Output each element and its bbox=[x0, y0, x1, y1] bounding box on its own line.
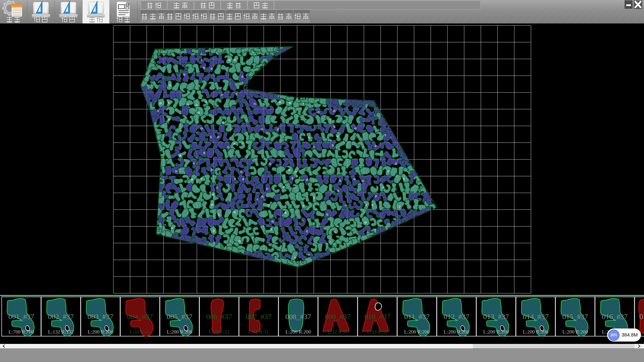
svg-text:016_#37: 016_#37 bbox=[602, 312, 628, 321]
svg-text:L:200 R:200: L:200 R:200 bbox=[285, 329, 311, 335]
svg-text:L:33 R:33: L:33 R:33 bbox=[367, 329, 387, 335]
svg-text:L:21 R:21: L:21 R:21 bbox=[209, 329, 229, 335]
svg-text:005_#37: 005_#37 bbox=[167, 312, 193, 321]
svg-text:012_#37: 012_#37 bbox=[444, 312, 470, 321]
svg-text:011_#37: 011_#37 bbox=[404, 312, 430, 321]
svg-text:L:700 R:700: L:700 R:700 bbox=[8, 329, 34, 335]
svg-text:014_#37: 014_#37 bbox=[523, 312, 548, 321]
svg-text:010_#37: 010_#37 bbox=[365, 312, 390, 321]
svg-text:L:200 R:200: L:200 R:200 bbox=[483, 329, 509, 335]
svg-text:003_#37: 003_#37 bbox=[88, 312, 113, 321]
svg-text:L:200 R:200: L:200 R:200 bbox=[562, 329, 588, 335]
svg-text:004_#37: 004_#37 bbox=[127, 312, 153, 321]
svg-text:0: 0 bbox=[639, 312, 643, 321]
svg-text:L:200 R:200: L:200 R:200 bbox=[167, 329, 192, 335]
svg-text:L:200 R:200: L:200 R:200 bbox=[404, 329, 430, 335]
svg-text:L:31 R:31: L:31 R:31 bbox=[249, 329, 269, 335]
svg-text:009_#37: 009_#37 bbox=[325, 312, 351, 321]
svg-text:L:31 R:31: L:31 R:31 bbox=[130, 329, 150, 335]
svg-text:001_#37: 001_#37 bbox=[8, 312, 34, 321]
svg-text:L:32 R:31: L:32 R:31 bbox=[327, 329, 348, 335]
svg-text:L:132 R:132: L:132 R:132 bbox=[48, 329, 73, 335]
svg-text:008_#37: 008_#37 bbox=[285, 312, 311, 321]
svg-text:L:200 R:200: L:200 R:200 bbox=[88, 329, 113, 335]
svg-text:006_#37: 006_#37 bbox=[206, 312, 232, 321]
svg-text:015_#37: 015_#37 bbox=[562, 312, 588, 321]
svg-text:L:200 R:200: L:200 R:200 bbox=[444, 329, 469, 335]
svg-text:002_#37: 002_#37 bbox=[48, 312, 74, 321]
svg-text:L:200 R:200: L:200 R:200 bbox=[523, 329, 548, 335]
svg-text:013_#37: 013_#37 bbox=[483, 312, 509, 321]
svg-text:007_#37: 007_#37 bbox=[246, 312, 272, 321]
